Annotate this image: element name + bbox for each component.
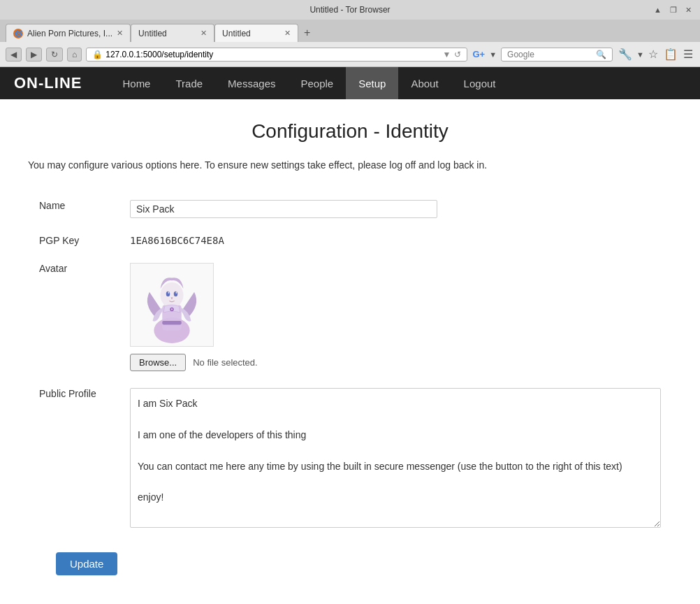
nav-messages[interactable]: Messages xyxy=(215,67,288,99)
app-brand: ON-LINE xyxy=(0,74,96,92)
name-field xyxy=(119,192,672,226)
pgp-label: PGP Key xyxy=(28,226,119,254)
bookmark-list-icon[interactable]: 📋 xyxy=(662,46,679,62)
name-input[interactable] xyxy=(130,200,437,218)
nav-setup[interactable]: Setup xyxy=(346,67,398,99)
avatar-row: Avatar xyxy=(28,254,672,380)
url-input[interactable] xyxy=(105,50,439,59)
tab-close-1[interactable]: ✕ xyxy=(117,29,123,38)
app-nav-links: Home Trade Messages People Setup About L… xyxy=(110,67,508,99)
url-dropdown-icon[interactable]: ▼ xyxy=(443,50,451,59)
svg-point-4 xyxy=(174,292,178,296)
nav-about[interactable]: About xyxy=(398,67,451,99)
page-title: Configuration - Identity xyxy=(28,120,672,143)
avatar-field: Browse... No file selected. xyxy=(119,254,672,380)
profile-textarea[interactable]: I am Six Pack I am one of the developers… xyxy=(130,388,661,528)
tab-label-3: Untitled xyxy=(222,29,251,38)
tab-close-2[interactable]: ✕ xyxy=(200,29,207,38)
name-label: Name xyxy=(28,192,119,226)
avatar-label: Avatar xyxy=(28,254,119,380)
app-nav: ON-LINE Home Trade Messages People Setup… xyxy=(0,67,700,99)
search-input[interactable] xyxy=(507,50,593,59)
svg-point-3 xyxy=(166,292,170,296)
tab-close-3[interactable]: ✕ xyxy=(284,29,291,38)
secure-icon: 🔒 xyxy=(92,50,103,59)
tab-1[interactable]: 🌀 Alien Porn Pictures, I... ✕ xyxy=(6,24,131,42)
tab-3[interactable]: Untitled ✕ xyxy=(214,24,298,42)
url-bar[interactable]: 🔒 ▼ ↺ xyxy=(86,48,467,62)
svg-point-2 xyxy=(161,282,184,308)
browse-button[interactable]: Browse... xyxy=(130,354,186,371)
home-button[interactable]: ⌂ xyxy=(67,48,82,62)
svg-point-9 xyxy=(171,308,173,310)
new-tab-button[interactable]: + xyxy=(298,24,316,42)
svg-rect-7 xyxy=(162,321,182,325)
avatar-image xyxy=(130,263,214,347)
nav-home[interactable]: Home xyxy=(110,67,163,99)
window-title: Untitled - Tor Browser xyxy=(309,5,390,15)
file-input-row: Browse... No file selected. xyxy=(130,354,661,371)
svg-point-5 xyxy=(168,292,170,294)
toolbar-icons: G+ ▼ xyxy=(472,48,497,61)
tab-label-2: Untitled xyxy=(138,29,167,38)
close-button[interactable]: ✕ xyxy=(683,6,694,15)
tab-bar: 🌀 Alien Porn Pictures, I... ✕ Untitled ✕… xyxy=(0,20,700,42)
tab-2[interactable]: Untitled ✕ xyxy=(131,24,214,42)
bookmark-star-icon[interactable]: ☆ xyxy=(647,46,659,62)
avatar-section: Browse... No file selected. xyxy=(130,263,661,371)
profile-field: I am Six Pack I am one of the developers… xyxy=(119,380,672,538)
info-text: You may configure various options here. … xyxy=(28,159,672,171)
browser-toolbar: 🔧 ▼ ☆ 📋 ☰ xyxy=(617,46,694,62)
pgp-row: PGP Key 1EA8616BC6C74E8A xyxy=(28,226,672,254)
google-dropdown[interactable]: ▼ xyxy=(489,50,497,59)
reload-button[interactable]: ↻ xyxy=(46,48,63,62)
tab-label-1: Alien Porn Pictures, I... xyxy=(27,29,112,38)
main-content: Configuration - Identity You may configu… xyxy=(0,99,700,604)
refresh-icon[interactable]: ↺ xyxy=(454,50,461,59)
title-bar: Untitled - Tor Browser ▲ ❐ ✕ xyxy=(0,0,700,20)
search-icon[interactable]: 🔍 xyxy=(596,50,606,59)
no-file-label: No file selected. xyxy=(193,357,258,368)
minimize-button[interactable]: ▲ xyxy=(651,6,664,15)
google-icon: G+ xyxy=(472,48,487,61)
menu-icon[interactable]: ☰ xyxy=(682,46,694,62)
browser-nav-bar: ◀ ▶ ↻ ⌂ 🔒 ▼ ↺ G+ ▼ 🔍 🔧 ▼ ☆ 📋 ☰ xyxy=(0,42,700,67)
addon-dropdown[interactable]: ▼ xyxy=(636,50,644,59)
update-button[interactable]: Update xyxy=(56,552,117,575)
avatar-svg xyxy=(133,266,210,343)
search-bar[interactable]: 🔍 xyxy=(501,48,613,62)
nav-logout[interactable]: Logout xyxy=(451,67,509,99)
forward-button[interactable]: ▶ xyxy=(26,48,42,62)
name-row: Name xyxy=(28,192,672,226)
form-table: Name PGP Key 1EA8616BC6C74E8A Avatar xyxy=(28,192,672,538)
nav-trade[interactable]: Trade xyxy=(163,67,215,99)
pgp-field: 1EA8616BC6C74E8A xyxy=(119,226,672,254)
svg-point-6 xyxy=(176,292,177,294)
app-wrapper: ON-LINE Home Trade Messages People Setup… xyxy=(0,67,700,604)
addon-icon[interactable]: 🔧 xyxy=(617,46,634,62)
profile-label: Public Profile xyxy=(28,380,119,538)
nav-people[interactable]: People xyxy=(288,67,346,99)
tab-favicon-1: 🌀 xyxy=(13,29,23,38)
restore-button[interactable]: ❐ xyxy=(667,6,680,15)
profile-row: Public Profile I am Six Pack I am one of… xyxy=(28,380,672,538)
pgp-value: 1EA8616BC6C74E8A xyxy=(130,231,224,246)
back-button[interactable]: ◀ xyxy=(6,48,22,62)
